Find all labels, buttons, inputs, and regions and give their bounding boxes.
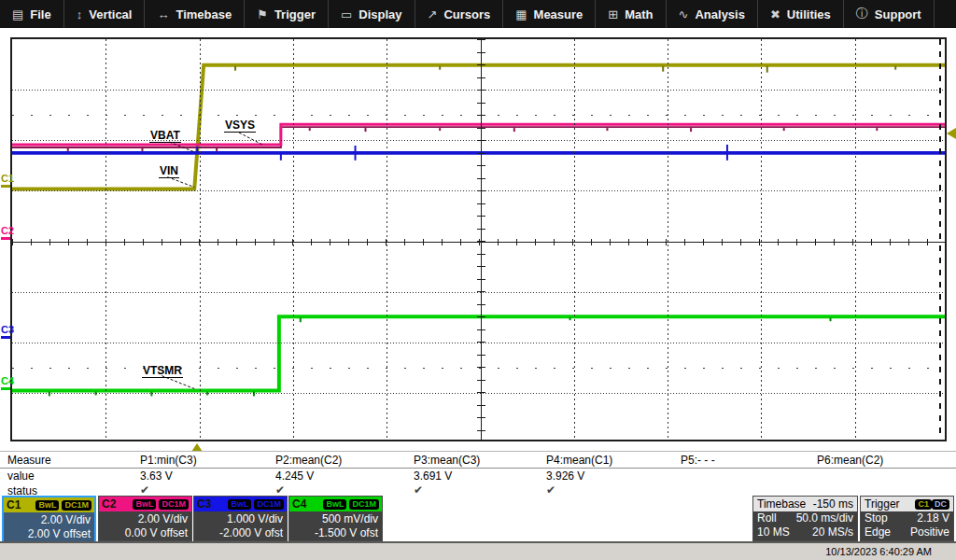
channel-offset: -1.500 V ofst bbox=[289, 526, 378, 540]
channel-scale: 1.000 V/div bbox=[194, 512, 283, 526]
trigger-title: Trigger bbox=[865, 497, 900, 511]
measure-p4-status: ✔ bbox=[546, 483, 555, 497]
bwl-badge: BwL bbox=[133, 499, 156, 510]
plot-grid[interactable]: VBATVSYSVINVTSMR bbox=[10, 37, 947, 441]
timebase-scale: 50.0 ms/div bbox=[796, 511, 853, 525]
value-row-label: value bbox=[7, 469, 35, 483]
menu-item-file[interactable]: ▤File bbox=[0, 0, 64, 28]
timebase-title: Timebase bbox=[757, 497, 806, 511]
menu-bar: ▤File↕Vertical↔Timebase⚑Trigger▭Display↗… bbox=[0, 0, 956, 28]
measure-p2-status: ✔ bbox=[275, 483, 285, 497]
trigger-descriptor-box[interactable]: Trigger C1 DC Stop 2.18 V Edge Positive bbox=[860, 496, 954, 541]
trigger-level: 2.18 V bbox=[917, 511, 949, 525]
cursors-icon: ↗ bbox=[428, 7, 438, 21]
channel-offset: 0.00 V offset bbox=[99, 526, 188, 540]
coupling-badge: DC1M bbox=[62, 500, 91, 511]
callout-leader bbox=[167, 177, 194, 188]
trigger-source-badge: C1 bbox=[915, 499, 932, 510]
menu-item-cursors[interactable]: ↗Cursors bbox=[415, 0, 504, 28]
analysis-icon: ∿ bbox=[679, 7, 689, 21]
zero-level-tick bbox=[1, 336, 10, 339]
callout-leader bbox=[239, 133, 262, 145]
channel-scale: 2.00 V/div bbox=[4, 513, 91, 527]
channel-offset: -2.000 V ofst bbox=[194, 526, 283, 540]
coupling-badge: DC1M bbox=[349, 499, 379, 510]
waveform-area: VBATVSYSVINVTSMR C1C2C3C4 bbox=[0, 28, 956, 451]
channel-descriptor-c4[interactable]: C4 BwL DC1M 500 mV/div -1.500 V ofst bbox=[288, 496, 383, 541]
measure-p4-value: 3.926 V bbox=[546, 469, 584, 483]
measure-row-label: Measure bbox=[7, 454, 51, 467]
zero-level-tick bbox=[1, 237, 10, 240]
channel-id: C4 bbox=[292, 497, 306, 511]
descriptor-bar: Timebase -150 ms Roll 50.0 ms/div 10 MS … bbox=[0, 496, 956, 541]
trigger-slope: Positive bbox=[910, 525, 949, 539]
bwl-badge: BwL bbox=[35, 500, 59, 511]
menu-item-display[interactable]: ▭Display bbox=[329, 0, 415, 28]
timebase-samplerate: 20 MS/s bbox=[812, 525, 853, 539]
signal-label-vin: VIN bbox=[159, 165, 179, 178]
measure-p3-value: 3.691 V bbox=[414, 469, 452, 483]
trigger-icon: ⚑ bbox=[257, 7, 268, 21]
menu-item-support[interactable]: ⓘSupport bbox=[844, 0, 935, 28]
signal-label-vtsmr: VTSMR bbox=[142, 365, 183, 378]
measure-p3-header[interactable]: P3:mean(C3) bbox=[414, 454, 480, 467]
measure-icon: ▦ bbox=[515, 7, 527, 21]
support-icon: ⓘ bbox=[856, 6, 868, 22]
signal-label-vsys: VSYS bbox=[224, 119, 256, 133]
coupling-badge: DC1M bbox=[159, 499, 189, 510]
measure-p2-header[interactable]: P2:mean(C2) bbox=[275, 454, 342, 467]
measure-p1-header[interactable]: P1:min(C3) bbox=[140, 454, 197, 467]
file-icon: ▤ bbox=[12, 7, 23, 21]
channel-id: C3 bbox=[197, 497, 211, 511]
coupling-badge: DC1M bbox=[254, 499, 284, 510]
bwl-badge: BwL bbox=[228, 499, 251, 510]
channel-scale: 500 mV/div bbox=[289, 512, 378, 526]
zero-level-tick bbox=[1, 387, 10, 390]
measure-p6-header[interactable]: P6:mean(C2) bbox=[817, 454, 883, 467]
trigger-level-marker-icon[interactable] bbox=[947, 128, 956, 139]
measure-table: Measure value status P1:min(C3)3.63 V✔P2… bbox=[0, 451, 956, 496]
channel-id: C2 bbox=[102, 497, 116, 511]
vertical-icon: ↕ bbox=[77, 7, 83, 21]
channel-marker-c4[interactable]: C4 bbox=[1, 375, 21, 390]
channel-marker-c3[interactable]: C3 bbox=[1, 324, 21, 339]
channel-offset: 2.00 V offset bbox=[4, 527, 91, 541]
timebase-mode: Roll bbox=[757, 511, 777, 525]
measure-p1-status: ✔ bbox=[140, 483, 149, 497]
signal-label-vbat: VBAT bbox=[149, 130, 181, 143]
channel-descriptor-c2[interactable]: C2 BwL DC1M 2.00 V/div 0.00 V offset bbox=[98, 496, 192, 541]
math-icon: ⊞ bbox=[608, 7, 618, 21]
measure-p4-header[interactable]: P4:mean(C1) bbox=[546, 454, 612, 467]
menu-item-analysis[interactable]: ∿Analysis bbox=[667, 0, 758, 28]
menu-item-trigger[interactable]: ⚑Trigger bbox=[245, 0, 329, 28]
channel-descriptor-c3[interactable]: C3 BwL DC1M 1.000 V/div -2.000 V ofst bbox=[193, 496, 288, 541]
timebase-icon: ↔ bbox=[157, 7, 169, 21]
channel-descriptor-c1[interactable]: C1 BwL DC1M 2.00 V/div 2.00 V offset bbox=[2, 496, 96, 541]
timebase-position: -150 ms bbox=[813, 497, 853, 511]
display-icon: ▭ bbox=[341, 7, 352, 21]
oscilloscope-screen: ▤File↕Vertical↔Timebase⚑Trigger▭Display↗… bbox=[0, 0, 956, 560]
trigger-coupling-badge: DC bbox=[932, 499, 949, 510]
measure-header-divider bbox=[0, 468, 956, 469]
gridline bbox=[939, 39, 941, 440]
measure-p2-value: 4.245 V bbox=[275, 469, 314, 483]
menu-item-measure[interactable]: ▦Measure bbox=[503, 0, 596, 28]
menu-item-timebase[interactable]: ↔Timebase bbox=[145, 0, 245, 28]
utilities-icon: ✖ bbox=[770, 7, 780, 21]
channel-scale: 2.00 V/div bbox=[99, 512, 188, 526]
menu-item-vertical[interactable]: ↕Vertical bbox=[64, 0, 146, 28]
datetime-text: 10/13/2023 6:40:29 AM bbox=[825, 546, 932, 557]
gridline bbox=[12, 239, 945, 245]
channel-id: C1 bbox=[7, 498, 21, 511]
timebase-descriptor-box[interactable]: Timebase -150 ms Roll 50.0 ms/div 10 MS … bbox=[752, 496, 858, 541]
channel-marker-c1[interactable]: C1 bbox=[1, 173, 21, 188]
status-bar: 10/13/2023 6:40:29 AM bbox=[0, 541, 956, 560]
menu-item-math[interactable]: ⊞Math bbox=[596, 0, 666, 28]
measure-p5-header[interactable]: P5:- - - bbox=[681, 454, 715, 467]
channel-marker-c2[interactable]: C2 bbox=[1, 225, 21, 240]
timebase-samples: 10 MS bbox=[757, 525, 790, 539]
trigger-type: Edge bbox=[865, 525, 891, 539]
menu-item-utilities[interactable]: ✖Utilities bbox=[758, 0, 844, 28]
measure-p3-status: ✔ bbox=[414, 483, 423, 497]
zero-level-tick bbox=[1, 185, 10, 188]
